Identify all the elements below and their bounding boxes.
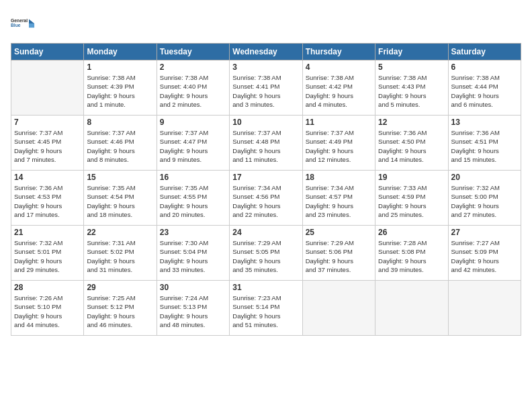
day-info: Sunrise: 7:33 AM Sunset: 4:59 PM Dayligh… xyxy=(378,183,445,219)
day-cell xyxy=(448,281,521,336)
day-cell: 14Sunrise: 7:36 AM Sunset: 4:53 PM Dayli… xyxy=(11,171,84,226)
day-cell xyxy=(375,281,448,336)
day-number: 21 xyxy=(14,228,81,237)
day-info: Sunrise: 7:28 AM Sunset: 5:08 PM Dayligh… xyxy=(378,238,445,274)
day-number: 23 xyxy=(160,228,226,237)
day-info: Sunrise: 7:34 AM Sunset: 4:56 PM Dayligh… xyxy=(232,183,299,219)
day-number: 14 xyxy=(14,173,81,182)
day-number: 1 xyxy=(87,62,153,72)
day-number: 26 xyxy=(378,228,445,237)
week-row-1: 1Sunrise: 7:38 AM Sunset: 4:39 PM Daylig… xyxy=(11,60,521,116)
day-info: Sunrise: 7:29 AM Sunset: 5:05 PM Dayligh… xyxy=(232,238,299,274)
day-number: 29 xyxy=(87,283,153,292)
day-cell: 17Sunrise: 7:34 AM Sunset: 4:56 PM Dayli… xyxy=(230,171,302,226)
day-cell: 9Sunrise: 7:37 AM Sunset: 4:47 PM Daylig… xyxy=(157,116,229,171)
day-info: Sunrise: 7:38 AM Sunset: 4:43 PM Dayligh… xyxy=(378,73,445,109)
header-cell-wednesday: Wednesday xyxy=(230,44,302,60)
day-number: 9 xyxy=(160,118,226,127)
day-number: 11 xyxy=(306,118,372,127)
day-number: 28 xyxy=(14,283,81,292)
calendar-table: SundayMondayTuesdayWednesdayThursdayFrid… xyxy=(11,43,521,336)
day-info: Sunrise: 7:25 AM Sunset: 5:12 PM Dayligh… xyxy=(87,293,153,329)
page-container: GeneralBlue SundayMondayTuesdayWednesday… xyxy=(0,0,532,341)
day-cell: 11Sunrise: 7:37 AM Sunset: 4:49 PM Dayli… xyxy=(302,116,375,171)
day-info: Sunrise: 7:27 AM Sunset: 5:09 PM Dayligh… xyxy=(451,238,518,274)
day-number: 31 xyxy=(232,283,299,292)
day-cell: 4Sunrise: 7:38 AM Sunset: 4:42 PM Daylig… xyxy=(302,60,375,116)
logo: GeneralBlue xyxy=(11,11,35,35)
header-cell-friday: Friday xyxy=(375,44,448,60)
day-cell: 24Sunrise: 7:29 AM Sunset: 5:05 PM Dayli… xyxy=(230,226,302,281)
day-number: 15 xyxy=(87,173,153,182)
logo-icon: GeneralBlue xyxy=(11,11,35,35)
day-info: Sunrise: 7:29 AM Sunset: 5:06 PM Dayligh… xyxy=(306,238,372,274)
day-cell: 2Sunrise: 7:38 AM Sunset: 4:40 PM Daylig… xyxy=(157,60,229,116)
day-info: Sunrise: 7:36 AM Sunset: 4:51 PM Dayligh… xyxy=(451,128,518,164)
day-cell: 20Sunrise: 7:32 AM Sunset: 5:00 PM Dayli… xyxy=(448,171,521,226)
day-cell xyxy=(302,281,375,336)
day-cell: 15Sunrise: 7:35 AM Sunset: 4:54 PM Dayli… xyxy=(84,171,157,226)
day-info: Sunrise: 7:23 AM Sunset: 5:14 PM Dayligh… xyxy=(232,293,299,329)
svg-text:Blue: Blue xyxy=(11,23,21,28)
day-info: Sunrise: 7:38 AM Sunset: 4:41 PM Dayligh… xyxy=(232,73,299,109)
header-row: SundayMondayTuesdayWednesdayThursdayFrid… xyxy=(11,44,521,60)
day-number: 25 xyxy=(306,228,372,237)
day-number: 10 xyxy=(232,118,299,127)
day-info: Sunrise: 7:37 AM Sunset: 4:45 PM Dayligh… xyxy=(14,128,81,164)
week-row-2: 7Sunrise: 7:37 AM Sunset: 4:45 PM Daylig… xyxy=(11,116,521,171)
day-cell: 3Sunrise: 7:38 AM Sunset: 4:41 PM Daylig… xyxy=(230,60,302,116)
header-cell-monday: Monday xyxy=(84,44,157,60)
day-cell: 13Sunrise: 7:36 AM Sunset: 4:51 PM Dayli… xyxy=(448,116,521,171)
day-info: Sunrise: 7:34 AM Sunset: 4:57 PM Dayligh… xyxy=(306,183,372,219)
header-cell-sunday: Sunday xyxy=(11,44,84,60)
day-cell: 18Sunrise: 7:34 AM Sunset: 4:57 PM Dayli… xyxy=(302,171,375,226)
week-row-4: 21Sunrise: 7:32 AM Sunset: 5:01 PM Dayli… xyxy=(11,226,521,281)
day-number: 2 xyxy=(160,62,226,72)
header-cell-thursday: Thursday xyxy=(302,44,375,60)
day-cell: 1Sunrise: 7:38 AM Sunset: 4:39 PM Daylig… xyxy=(84,60,157,116)
day-number: 12 xyxy=(378,118,445,127)
day-info: Sunrise: 7:38 AM Sunset: 4:44 PM Dayligh… xyxy=(451,73,518,109)
day-cell: 6Sunrise: 7:38 AM Sunset: 4:44 PM Daylig… xyxy=(448,60,521,116)
header: GeneralBlue xyxy=(11,11,521,35)
day-cell: 10Sunrise: 7:37 AM Sunset: 4:48 PM Dayli… xyxy=(230,116,302,171)
svg-marker-3 xyxy=(29,24,34,28)
day-number: 22 xyxy=(87,228,153,237)
day-info: Sunrise: 7:38 AM Sunset: 4:42 PM Dayligh… xyxy=(306,73,372,109)
day-number: 18 xyxy=(306,173,372,182)
day-info: Sunrise: 7:38 AM Sunset: 4:40 PM Dayligh… xyxy=(160,73,226,109)
day-info: Sunrise: 7:24 AM Sunset: 5:13 PM Dayligh… xyxy=(160,293,226,329)
day-info: Sunrise: 7:32 AM Sunset: 5:00 PM Dayligh… xyxy=(451,183,518,219)
day-cell: 31Sunrise: 7:23 AM Sunset: 5:14 PM Dayli… xyxy=(230,281,302,336)
day-number: 5 xyxy=(378,62,445,72)
day-info: Sunrise: 7:26 AM Sunset: 5:10 PM Dayligh… xyxy=(14,293,81,329)
day-number: 27 xyxy=(451,228,518,237)
day-number: 17 xyxy=(232,173,299,182)
day-number: 24 xyxy=(232,228,299,237)
day-number: 30 xyxy=(160,283,226,292)
day-info: Sunrise: 7:37 AM Sunset: 4:46 PM Dayligh… xyxy=(87,128,153,164)
day-info: Sunrise: 7:31 AM Sunset: 5:02 PM Dayligh… xyxy=(87,238,153,274)
header-cell-tuesday: Tuesday xyxy=(157,44,229,60)
day-cell: 16Sunrise: 7:35 AM Sunset: 4:55 PM Dayli… xyxy=(157,171,229,226)
day-cell: 30Sunrise: 7:24 AM Sunset: 5:13 PM Dayli… xyxy=(157,281,229,336)
day-info: Sunrise: 7:35 AM Sunset: 4:55 PM Dayligh… xyxy=(160,183,226,219)
day-cell: 26Sunrise: 7:28 AM Sunset: 5:08 PM Dayli… xyxy=(375,226,448,281)
header-cell-saturday: Saturday xyxy=(448,44,521,60)
svg-marker-2 xyxy=(29,19,34,24)
day-cell: 12Sunrise: 7:36 AM Sunset: 4:50 PM Dayli… xyxy=(375,116,448,171)
day-number: 8 xyxy=(87,118,153,127)
day-info: Sunrise: 7:37 AM Sunset: 4:49 PM Dayligh… xyxy=(306,128,372,164)
svg-text:General: General xyxy=(11,18,28,23)
day-cell: 21Sunrise: 7:32 AM Sunset: 5:01 PM Dayli… xyxy=(11,226,84,281)
day-number: 13 xyxy=(451,118,518,127)
day-info: Sunrise: 7:37 AM Sunset: 4:47 PM Dayligh… xyxy=(160,128,226,164)
day-number: 3 xyxy=(232,62,299,72)
day-cell: 7Sunrise: 7:37 AM Sunset: 4:45 PM Daylig… xyxy=(11,116,84,171)
day-number: 19 xyxy=(378,173,445,182)
day-cell: 19Sunrise: 7:33 AM Sunset: 4:59 PM Dayli… xyxy=(375,171,448,226)
day-info: Sunrise: 7:36 AM Sunset: 4:50 PM Dayligh… xyxy=(378,128,445,164)
day-number: 6 xyxy=(451,62,518,72)
day-number: 16 xyxy=(160,173,226,182)
week-row-5: 28Sunrise: 7:26 AM Sunset: 5:10 PM Dayli… xyxy=(11,281,521,336)
